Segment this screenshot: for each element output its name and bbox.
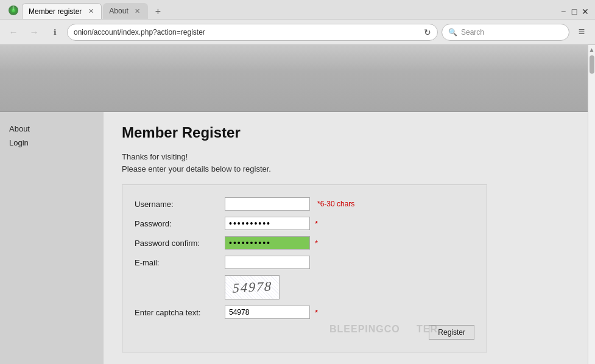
- info-button[interactable]: ℹ: [46, 24, 63, 41]
- back-button[interactable]: ←: [5, 24, 22, 41]
- tab-label-member-register: Member register: [29, 7, 82, 16]
- tab-close-about[interactable]: ✕: [133, 7, 142, 15]
- page-area: About Login Member Register Thanks for v…: [0, 45, 595, 364]
- password-confirm-input[interactable]: [225, 236, 310, 250]
- email-label: E-mail:: [135, 258, 220, 267]
- minimize-button[interactable]: −: [558, 7, 568, 16]
- register-form: Username: *6-30 chars Password: *: [122, 184, 487, 352]
- info-icon: ℹ: [54, 28, 57, 37]
- site-header-banner: [0, 45, 588, 112]
- tab-close-member-register[interactable]: ✕: [86, 7, 95, 16]
- browser-window: Member register ✕ About ✕ + − □ ✕ ← → ℹ …: [0, 0, 595, 364]
- captcha-image-row: 54978: [135, 275, 474, 299]
- address-bar: ← → ℹ onion/account/index.php?action=reg…: [0, 19, 595, 45]
- tab-label-about: About: [109, 7, 128, 15]
- refresh-icon[interactable]: ↻: [424, 27, 431, 37]
- password-input[interactable]: [225, 217, 310, 230]
- sidebar-item-login[interactable]: Login: [9, 138, 94, 147]
- search-bar[interactable]: 🔍 Search: [442, 24, 569, 41]
- search-placeholder-text: Search: [461, 28, 563, 37]
- captcha-image: 54978: [225, 275, 280, 299]
- captcha-required-star: *: [315, 308, 318, 317]
- form-footer: BLEEPINGCO TER Register: [135, 325, 474, 340]
- captcha-text-row: Enter captcha text: *: [135, 306, 474, 319]
- captcha-input[interactable]: [225, 306, 310, 319]
- email-input[interactable]: [225, 256, 310, 269]
- page-content: About Login Member Register Thanks for v…: [0, 45, 588, 364]
- url-text: onion/account/index.php?action=register: [74, 28, 420, 37]
- add-tab-button[interactable]: +: [152, 4, 164, 19]
- scroll-thumb[interactable]: [590, 55, 594, 74]
- maximize-button[interactable]: □: [569, 7, 579, 16]
- close-button[interactable]: ✕: [580, 7, 590, 16]
- username-hint: *6-30 chars: [317, 200, 354, 208]
- password-row: Password: *: [135, 217, 474, 230]
- captcha-label: Enter captcha text:: [135, 308, 220, 317]
- window-controls: − □ ✕: [558, 7, 590, 19]
- search-icon: 🔍: [448, 28, 457, 37]
- sidebar: About Login: [0, 112, 104, 364]
- password-confirm-required-star: *: [315, 239, 318, 248]
- sidebar-item-about[interactable]: About: [9, 124, 94, 133]
- url-bar[interactable]: onion/account/index.php?action=register …: [67, 24, 438, 41]
- main-content: Member Register Thanks for visiting! Ple…: [104, 112, 588, 364]
- email-row: E-mail:: [135, 256, 474, 269]
- register-button[interactable]: Register: [429, 325, 474, 340]
- intro-line1: Thanks for visiting!: [122, 151, 569, 163]
- password-required-star: *: [315, 219, 318, 228]
- page-title: Member Register: [122, 124, 569, 141]
- intro-line2: Please enter your details below to regis…: [122, 163, 569, 175]
- scroll-up-arrow[interactable]: ▲: [589, 46, 595, 53]
- username-input[interactable]: [225, 197, 310, 211]
- register-footer: Register: [135, 325, 474, 340]
- password-confirm-label: Password confirm:: [135, 239, 220, 248]
- password-label: Password:: [135, 219, 220, 228]
- tor-icon[interactable]: [5, 2, 22, 19]
- intro-text: Thanks for visiting! Please enter your d…: [122, 151, 569, 175]
- site-body: About Login Member Register Thanks for v…: [0, 112, 588, 364]
- username-label: Username:: [135, 200, 220, 209]
- browser-menu-button[interactable]: ≡: [573, 24, 590, 41]
- username-row: Username: *6-30 chars: [135, 197, 474, 211]
- forward-button[interactable]: →: [26, 24, 43, 41]
- scrollbar[interactable]: ▲: [588, 45, 595, 364]
- title-bar: Member register ✕ About ✕ + − □ ✕: [0, 0, 595, 19]
- password-confirm-row: Password confirm: *: [135, 236, 474, 250]
- tab-about[interactable]: About ✕: [103, 3, 147, 19]
- tab-member-register[interactable]: Member register ✕: [22, 3, 102, 19]
